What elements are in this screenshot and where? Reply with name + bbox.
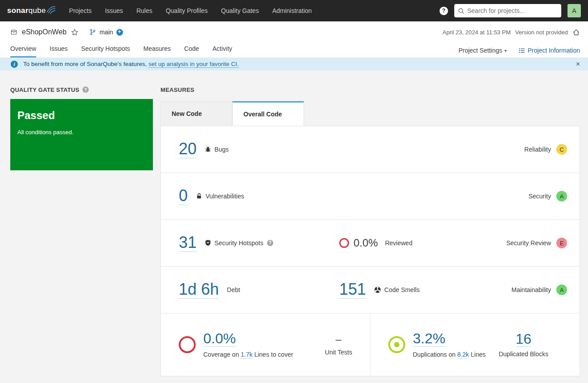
chevron-down-icon: ▾	[504, 48, 506, 53]
quality-gate-status-card: Passed All conditions passed.	[10, 99, 153, 170]
ci-setup-banner: i To benefit from more of SonarQube's fe…	[0, 58, 588, 70]
nav-item-issues[interactable]: Issues	[105, 7, 123, 14]
quality-gate-description: All conditions passed.	[17, 129, 146, 136]
nav-item-rules[interactable]: Rules	[136, 7, 152, 14]
project-information-button[interactable]: Project Information	[518, 47, 580, 54]
project-tabbar: Overview Issues Security Hotspots Measur…	[0, 43, 588, 58]
tab-code[interactable]: Code	[184, 45, 199, 58]
brand-light: qube	[29, 6, 46, 15]
sonarqube-logo[interactable]: sonarqube	[7, 6, 56, 15]
search-icon	[458, 8, 465, 14]
debt-value-link[interactable]: 1d 6h	[179, 281, 219, 299]
reviewed-ring-icon	[339, 238, 349, 248]
reviewed-label: Reviewed	[385, 239, 412, 247]
unit-tests-value: –	[325, 334, 352, 345]
coverage-suffix: Lines to cover	[254, 351, 293, 358]
debt-label: Debt	[227, 286, 240, 293]
measures-tabs: New Code Overall Code	[160, 101, 580, 126]
nav-menu: Projects Issues Rules Quality Profiles Q…	[69, 7, 312, 14]
security-review-rating-badge: E	[556, 238, 567, 248]
branch-icon	[89, 29, 96, 36]
measure-row-vulnerabilities: 0 Vulnerabilities Security A	[161, 173, 580, 220]
duplicated-blocks-label: Duplicated Blocks	[499, 350, 548, 358]
measures-panel: 20 Bugs Reliability C	[160, 126, 580, 376]
security-label: Security	[528, 193, 551, 200]
branch-name[interactable]: main	[99, 29, 113, 36]
favorite-star-icon[interactable]	[71, 29, 78, 36]
project-settings-label: Project Settings	[458, 47, 502, 54]
maintainability-label: Maintainability	[511, 286, 551, 293]
duplications-percentage-link[interactable]: 3.2%	[413, 331, 445, 347]
lock-icon	[196, 193, 202, 199]
search-input[interactable]	[467, 7, 558, 14]
coverage-cell: 0.0% Coverage on 1.7k Lines to cover – U…	[161, 313, 370, 376]
banner-text: To benefit from more of SonarQube's feat…	[23, 61, 147, 67]
duplications-suffix: Lines	[471, 351, 485, 358]
code-smell-icon	[374, 286, 381, 293]
banner-ci-link[interactable]: set up analysis in your favorite CI.	[148, 61, 239, 68]
code-smells-label: Code Smells	[384, 286, 419, 293]
quality-gate-help-icon[interactable]: ?	[82, 86, 89, 93]
hotspots-count-link[interactable]: 31	[179, 234, 197, 252]
project-icon	[10, 29, 17, 36]
add-branch-icon[interactable]: +	[116, 29, 123, 36]
list-icon	[518, 47, 525, 54]
reliability-rating-badge: C	[556, 144, 567, 155]
reliability-label: Reliability	[524, 146, 551, 153]
info-icon: i	[11, 61, 18, 68]
tab-overview[interactable]: Overview	[10, 45, 36, 58]
bugs-label: Bugs	[214, 146, 229, 153]
reviewed-percentage: 0.0%	[354, 237, 378, 249]
shield-icon	[205, 239, 211, 246]
bugs-count-link[interactable]: 20	[179, 140, 197, 158]
duplications-prefix: Duplications on	[413, 351, 456, 358]
brand-bold: sonar	[7, 6, 29, 15]
lines-to-cover-link[interactable]: 1.7k	[241, 351, 252, 358]
hotspots-label: Security Hotspots	[214, 239, 263, 247]
coverage-percentage-link[interactable]: 0.0%	[203, 331, 236, 347]
tab-measures[interactable]: Measures	[144, 45, 171, 58]
analysis-date: April 23, 2024 at 11:53 PM	[443, 29, 511, 36]
search-box[interactable]	[454, 4, 561, 17]
tab-security-hotspots[interactable]: Security Hotspots	[81, 45, 130, 58]
measure-row-bottom: 0.0% Coverage on 1.7k Lines to cover – U…	[161, 313, 580, 376]
tab-issues[interactable]: Issues	[49, 45, 67, 58]
vulnerabilities-count-link[interactable]: 0	[179, 187, 188, 205]
coverage-ring-icon	[179, 336, 196, 353]
measure-row-security-hotspots: 31 Security Hotspots ? 0.0% Reviewed	[161, 220, 580, 267]
hotspots-help-icon[interactable]: ?	[267, 240, 273, 246]
tab-overall-code[interactable]: Overall Code	[232, 101, 304, 126]
page-title: eShopOnWeb	[22, 28, 66, 36]
quality-gate-status: Passed	[17, 109, 146, 122]
avatar[interactable]: A	[567, 4, 581, 17]
duplications-ring-icon	[388, 336, 405, 353]
nav-item-quality-gates[interactable]: Quality Gates	[221, 7, 259, 14]
nav-item-administration[interactable]: Administration	[272, 7, 312, 14]
nav-item-projects[interactable]: Projects	[69, 7, 92, 14]
project-settings-dropdown[interactable]: Project Settings ▾	[458, 47, 506, 54]
project-header: eShopOnWeb main + April 23, 2024 at 11:5…	[0, 21, 588, 43]
sonar-waves-icon	[47, 6, 56, 14]
duplications-cell: 3.2% Duplications on 8.2k Lines 16 Dupli…	[370, 313, 580, 376]
duplication-lines-link[interactable]: 8.2k	[457, 351, 469, 358]
version-label: Version not provided	[515, 29, 568, 36]
measures-title: MEASURES	[160, 86, 194, 93]
tab-activity[interactable]: Activity	[212, 45, 232, 58]
help-icon[interactable]: ?	[440, 7, 448, 15]
vulnerabilities-label: Vulnerabilities	[206, 193, 244, 200]
home-icon[interactable]	[572, 29, 580, 36]
duplicated-blocks-link[interactable]: 16	[516, 332, 532, 347]
code-smells-count-link[interactable]: 151	[339, 281, 366, 299]
unit-tests-label: Unit Tests	[325, 349, 352, 356]
close-icon[interactable]: ×	[576, 61, 580, 68]
overview-main: QUALITY GATE STATUS ? Passed All conditi…	[0, 70, 588, 376]
nav-item-quality-profiles[interactable]: Quality Profiles	[166, 7, 208, 14]
quality-gate-title: QUALITY GATE STATUS	[10, 86, 79, 93]
maintainability-rating-badge: A	[556, 284, 567, 295]
bug-icon	[205, 146, 211, 152]
measure-row-maintainability: 1d 6h Debt 151	[161, 267, 580, 313]
security-review-label: Security Review	[506, 239, 551, 247]
tab-new-code[interactable]: New Code	[160, 101, 232, 126]
coverage-prefix: Coverage on	[203, 351, 239, 358]
top-nav: sonarqube Projects Issues Rules Quality …	[0, 0, 588, 21]
